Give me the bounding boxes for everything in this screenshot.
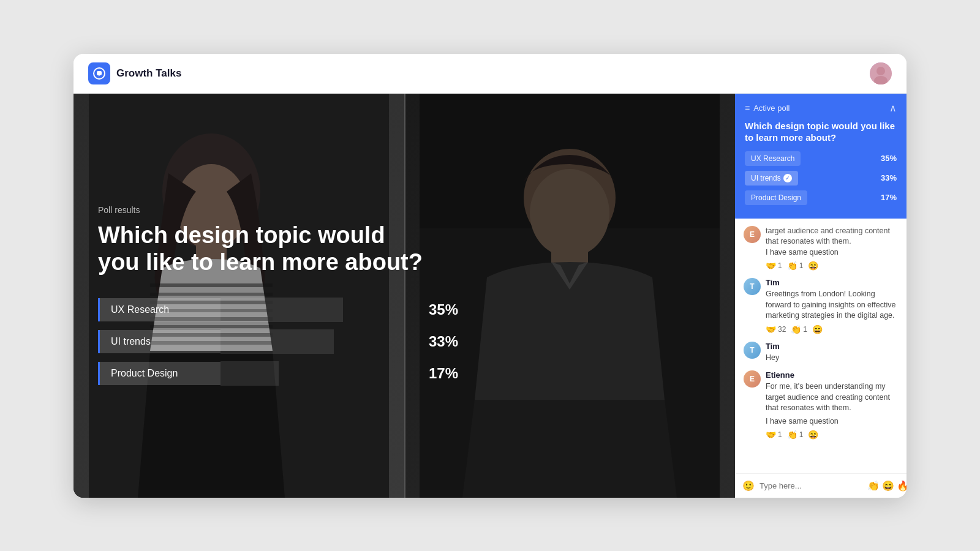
reaction-emoji-1b: 👏 (787, 261, 797, 271)
poll-result-pct-3: 17% (881, 193, 897, 202)
header-left: Growth Talks (88, 62, 181, 84)
app-title: Growth Talks (116, 67, 181, 80)
poll-percent-1: 35% (429, 301, 466, 318)
app-window: Growth Talks (74, 54, 907, 498)
chat-content-etienne-2: Etienne For me, it's been understanding … (766, 370, 898, 440)
reaction-count-1b: 1 (799, 261, 804, 270)
poll-option-bar-2: UI trends (98, 329, 414, 354)
chat-reactions-tim-1: 🤝 32 👏 1 😄 (766, 324, 898, 334)
poll-result-tag-1: UX Research (745, 151, 801, 166)
reaction-emoji-1c: 😄 (808, 261, 818, 271)
reaction-1b: 👏 1 (787, 261, 804, 271)
chat-reactions-etienne-1: 🤝 1 👏 1 😄 (766, 261, 898, 271)
poll-percent-3: 17% (429, 365, 466, 382)
chat-message-etienne-1: E target audience and creating content t… (744, 226, 898, 271)
poll-bar-fill-2 (221, 329, 334, 354)
poll-option-2: UI trends 33% (98, 329, 466, 354)
chat-subtext-etienne-2: I have same question (766, 416, 898, 427)
chat-avatar-etienne-2: E (744, 370, 761, 388)
chat-input-area: 🙂 👏 😄 🔥 (735, 473, 907, 498)
chat-name-etienne-2: Etienne (766, 370, 898, 380)
poll-question: Which design topic would you like to lea… (98, 222, 429, 276)
chat-avatar-tim-1: T (744, 278, 761, 295)
reaction-emoji-2a: 🤝 (766, 324, 776, 334)
poll-result-tag-3: Product Design (745, 190, 807, 205)
chat-message-etienne-2: E Etienne For me, it's been understandin… (744, 370, 898, 440)
emoji-picker-button[interactable]: 🙂 (742, 480, 755, 492)
reaction-2a: 🤝 32 (766, 324, 786, 334)
poll-option-bar-3: Product Design (98, 361, 414, 386)
reaction-count-2a: 32 (778, 325, 786, 334)
reaction-1c: 😄 (808, 261, 818, 271)
poll-result-tag-2: UI trends ✓ (745, 171, 798, 186)
chat-text-tim-2: Hey (766, 353, 898, 364)
collapse-button[interactable]: ∧ (889, 102, 897, 114)
active-poll-title-row: ≡ Active poll (745, 103, 790, 113)
poll-bar-icon: ≡ (745, 103, 750, 113)
right-panel: ≡ Active poll ∧ Which design topic would… (735, 94, 907, 498)
emoji-laugh[interactable]: 😄 (882, 480, 894, 492)
chat-content-tim-2: Tim Hey (766, 342, 898, 364)
active-poll-section: ≡ Active poll ∧ Which design topic would… (735, 94, 907, 219)
emoji-fire[interactable]: 🔥 (897, 480, 907, 492)
chat-name-tim-2: Tim (766, 342, 898, 351)
chat-text-etienne-2: For me, it's been understanding my targe… (766, 381, 898, 414)
svg-point-2 (876, 67, 885, 75)
reaction-emoji-2c: 😄 (812, 324, 823, 334)
poll-options: UX Research 35% UI trends 33% (98, 298, 466, 386)
chat-message-tim-1: T Tim Greetings from London! Looking for… (744, 278, 898, 334)
reaction-count-4a: 1 (778, 430, 782, 439)
reaction-count-1a: 1 (778, 261, 782, 270)
reaction-4c: 😄 (808, 430, 818, 440)
reaction-count-4b: 1 (799, 430, 804, 439)
chat-reactions-etienne-2: 🤝 1 👏 1 😄 (766, 430, 898, 440)
poll-option-label-3: Product Design (98, 362, 221, 385)
reaction-emoji-4a: 🤝 (766, 430, 776, 440)
chat-avatar-tim-2: T (744, 342, 761, 359)
poll-bar-fill-3 (221, 361, 279, 386)
reaction-emoji-4b: 👏 (787, 430, 797, 440)
chat-content-etienne-1: target audience and creating content tha… (766, 226, 898, 271)
active-poll-question: Which design topic would you like to lea… (745, 120, 897, 144)
avatar (870, 62, 892, 84)
reaction-emoji-1a: 🤝 (766, 261, 776, 271)
reaction-2b: 👏 1 (791, 324, 807, 334)
poll-result-pct-1: 35% (881, 154, 897, 163)
reaction-emoji-2b: 👏 (791, 324, 801, 334)
poll-option-label-2: UI trends (98, 330, 221, 353)
poll-option-1: UX Research 35% (98, 298, 466, 322)
poll-option-bar-1: UX Research (98, 298, 414, 322)
poll-result-row-1: UX Research 35% (745, 151, 897, 166)
poll-overlay: Poll results Which design topic would yo… (74, 94, 735, 498)
chat-text-tim-1: Greetings from London! Looking forward t… (766, 289, 898, 321)
header: Growth Talks (74, 54, 907, 94)
video-area: Poll results Which design topic would yo… (74, 94, 735, 498)
reaction-1a: 🤝 1 (766, 261, 782, 271)
active-poll-label: Active poll (753, 103, 790, 113)
poll-result-row-3: Product Design 17% (745, 190, 897, 205)
reaction-emoji-4c: 😄 (808, 430, 818, 440)
poll-result-pct-2: 33% (881, 173, 897, 182)
reaction-4a: 🤝 1 (766, 430, 782, 440)
emoji-clap[interactable]: 👏 (867, 480, 880, 492)
partial-text-1: target audience and creating content tha… (766, 226, 898, 247)
chat-text-etienne-1: I have same question (766, 247, 898, 258)
poll-option-label-1: UX Research (98, 298, 221, 321)
reaction-4b: 👏 1 (787, 430, 804, 440)
chat-name-tim-1: Tim (766, 278, 898, 287)
poll-option-3: Product Design 17% (98, 361, 466, 386)
main-content: Poll results Which design topic would yo… (74, 94, 907, 498)
poll-bar-fill-1 (221, 298, 343, 322)
reaction-count-2b: 1 (803, 325, 807, 334)
active-poll-header: ≡ Active poll ∧ (745, 102, 897, 114)
poll-result-row-2: UI trends ✓ 33% (745, 171, 897, 186)
check-icon: ✓ (783, 174, 792, 182)
reaction-2c: 😄 (812, 324, 823, 334)
logo-icon (88, 62, 110, 84)
chat-message-tim-2: T Tim Hey (744, 342, 898, 364)
chat-emoji-group: 👏 😄 🔥 (867, 480, 907, 492)
chat-input[interactable] (760, 481, 862, 490)
poll-percent-2: 33% (429, 333, 466, 350)
chat-avatar-etienne-1: E (744, 226, 761, 243)
poll-label: Poll results (98, 205, 710, 215)
